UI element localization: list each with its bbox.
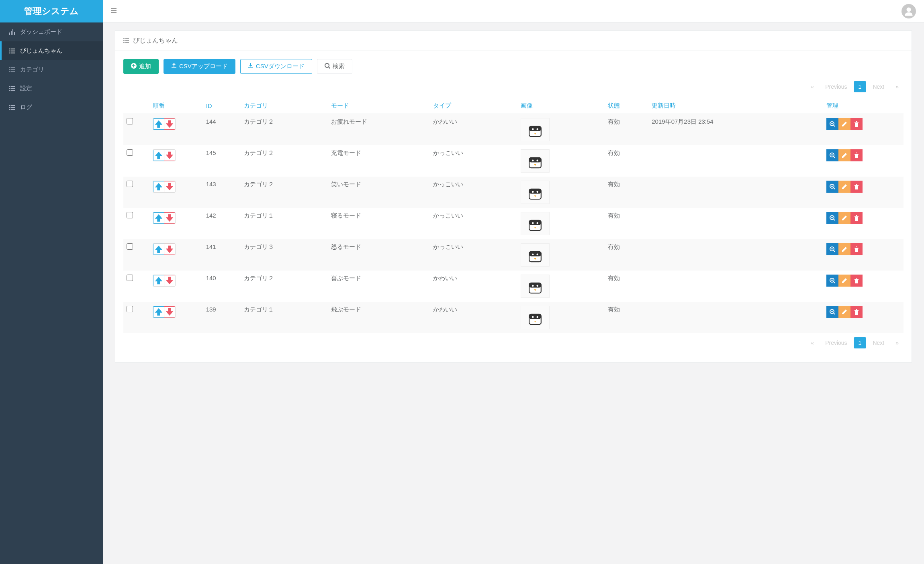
cell-id: 143 bbox=[203, 177, 241, 208]
sidebar: 管理システム ダッシュボードぴじょんちゃんカテゴリ設定ログ bbox=[0, 0, 103, 564]
edit-button[interactable] bbox=[838, 149, 850, 161]
add-button[interactable]: 追加 bbox=[123, 59, 159, 74]
delete-button[interactable] bbox=[850, 243, 863, 255]
delete-button[interactable] bbox=[850, 149, 863, 161]
edit-button[interactable] bbox=[838, 275, 850, 287]
move-down-button[interactable] bbox=[164, 275, 175, 286]
thumbnail bbox=[521, 181, 550, 204]
sidebar-item-4[interactable]: ログ bbox=[0, 98, 103, 117]
sidebar-item-0[interactable]: ダッシュボード bbox=[0, 22, 103, 41]
th-order[interactable]: 順番 bbox=[149, 98, 202, 114]
row-checkbox[interactable] bbox=[127, 275, 133, 281]
delete-button[interactable] bbox=[850, 212, 863, 224]
cell-status: 有効 bbox=[605, 177, 648, 208]
data-table: 順番 ID カテゴリ モード タイプ 画像 状態 更新日時 管理 bbox=[123, 98, 904, 333]
page-current[interactable]: 1 bbox=[854, 81, 867, 92]
list-icon bbox=[8, 86, 16, 92]
move-up-button[interactable] bbox=[153, 150, 164, 161]
avatar[interactable] bbox=[902, 4, 916, 18]
cell-status: 有効 bbox=[605, 145, 648, 177]
move-up-button[interactable] bbox=[153, 244, 164, 255]
row-checkbox[interactable] bbox=[127, 181, 133, 187]
thumbnail bbox=[521, 275, 550, 298]
page-first[interactable]: « bbox=[806, 81, 819, 92]
page-last[interactable]: » bbox=[891, 81, 904, 92]
cell-status: 有効 bbox=[605, 208, 648, 239]
sidebar-item-1[interactable]: ぴじょんちゃん bbox=[0, 41, 103, 60]
move-up-button[interactable] bbox=[153, 275, 164, 286]
th-type[interactable]: タイプ bbox=[430, 98, 517, 114]
view-button[interactable] bbox=[826, 149, 838, 161]
cell-status: 有効 bbox=[605, 114, 648, 146]
th-id[interactable]: ID bbox=[203, 98, 241, 114]
th-status[interactable]: 状態 bbox=[605, 98, 648, 114]
view-button[interactable] bbox=[826, 212, 838, 224]
search-button[interactable]: 検索 bbox=[317, 59, 352, 74]
move-up-button[interactable] bbox=[153, 306, 164, 318]
page-current[interactable]: 1 bbox=[854, 337, 867, 348]
cell-mode: 喜ぶモード bbox=[328, 271, 430, 302]
delete-button[interactable] bbox=[850, 275, 863, 287]
sidebar-item-label: ぴじょんちゃん bbox=[20, 47, 62, 55]
page-first[interactable]: « bbox=[806, 337, 819, 348]
move-down-button[interactable] bbox=[164, 181, 175, 192]
row-checkbox[interactable] bbox=[127, 149, 133, 156]
move-down-button[interactable] bbox=[164, 150, 175, 161]
edit-button[interactable] bbox=[838, 181, 850, 193]
brand-title: 管理システム bbox=[0, 0, 103, 22]
list-icon bbox=[8, 48, 16, 54]
th-category[interactable]: カテゴリ bbox=[241, 98, 328, 114]
th-manage[interactable]: 管理 bbox=[823, 98, 904, 114]
move-up-button[interactable] bbox=[153, 118, 164, 130]
th-mode[interactable]: モード bbox=[328, 98, 430, 114]
row-checkbox[interactable] bbox=[127, 118, 133, 124]
page-last[interactable]: » bbox=[891, 337, 904, 348]
move-up-button[interactable] bbox=[153, 212, 164, 224]
sidebar-item-2[interactable]: カテゴリ bbox=[0, 60, 103, 79]
sidebar-item-3[interactable]: 設定 bbox=[0, 79, 103, 98]
menu-toggle-icon[interactable] bbox=[111, 7, 117, 15]
move-down-button[interactable] bbox=[164, 212, 175, 224]
delete-button[interactable] bbox=[850, 118, 863, 130]
csv-download-button[interactable]: CSVダウンロード bbox=[240, 59, 312, 74]
view-button[interactable] bbox=[826, 118, 838, 130]
view-button[interactable] bbox=[826, 181, 838, 193]
edit-button[interactable] bbox=[838, 243, 850, 255]
edit-button[interactable] bbox=[838, 118, 850, 130]
cell-type: かわいい bbox=[430, 114, 517, 146]
csv-upload-button[interactable]: CSVアップロード bbox=[164, 59, 235, 74]
search-icon bbox=[325, 63, 330, 70]
move-up-button[interactable] bbox=[153, 181, 164, 192]
page-next[interactable]: Next bbox=[868, 337, 889, 348]
thumbnail bbox=[521, 243, 550, 267]
toolbar: 追加 CSVアップロード CSVダウンロード 検索 bbox=[123, 59, 904, 74]
th-image[interactable]: 画像 bbox=[517, 98, 605, 114]
th-updated[interactable]: 更新日時 bbox=[648, 98, 823, 114]
view-button[interactable] bbox=[826, 243, 838, 255]
page-prev[interactable]: Previous bbox=[820, 81, 852, 92]
edit-button[interactable] bbox=[838, 306, 850, 318]
row-checkbox[interactable] bbox=[127, 306, 133, 312]
cell-status: 有効 bbox=[605, 271, 648, 302]
move-down-button[interactable] bbox=[164, 118, 175, 130]
cell-type: かっこいい bbox=[430, 145, 517, 177]
sidebar-item-label: 設定 bbox=[20, 85, 32, 92]
move-down-button[interactable] bbox=[164, 244, 175, 255]
view-button[interactable] bbox=[826, 306, 838, 318]
table-row: 141カテゴリ３怒るモードかっこいい有効 bbox=[123, 239, 904, 271]
row-checkbox[interactable] bbox=[127, 212, 133, 218]
list-icon bbox=[8, 105, 16, 110]
download-icon bbox=[248, 63, 253, 70]
view-button[interactable] bbox=[826, 275, 838, 287]
table-row: 143カテゴリ２笑いモードかっこいい有効 bbox=[123, 177, 904, 208]
edit-button[interactable] bbox=[838, 212, 850, 224]
cell-type: かっこいい bbox=[430, 239, 517, 271]
page-next[interactable]: Next bbox=[868, 81, 889, 92]
cell-updated bbox=[648, 145, 823, 177]
row-checkbox[interactable] bbox=[127, 243, 133, 250]
delete-button[interactable] bbox=[850, 306, 863, 318]
cell-id: 145 bbox=[203, 145, 241, 177]
page-prev[interactable]: Previous bbox=[820, 337, 852, 348]
delete-button[interactable] bbox=[850, 181, 863, 193]
move-down-button[interactable] bbox=[164, 306, 175, 318]
